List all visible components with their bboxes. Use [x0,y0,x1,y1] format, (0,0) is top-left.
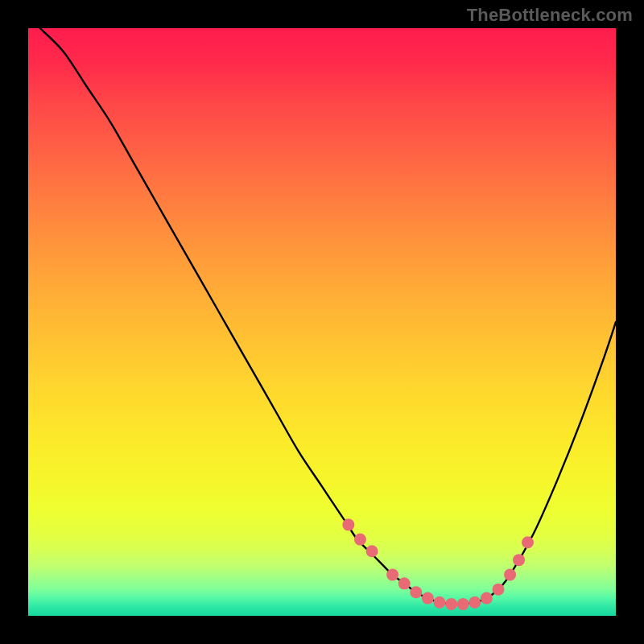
chart-frame: TheBottleneck.com [0,0,644,644]
highlight-dot [410,586,422,598]
highlight-dot [513,554,525,566]
highlight-dot [422,592,434,605]
highlight-dot [457,598,469,610]
highlight-dot [481,592,493,605]
highlight-dot [342,518,354,530]
highlight-dot [366,545,378,557]
highlight-dot [354,534,366,546]
watermark-text: TheBottleneck.com [467,5,633,26]
plot-area [28,28,616,616]
highlight-dot [469,597,481,609]
highlight-dot [522,536,534,548]
highlight-dot [504,568,516,580]
highlight-dot [493,584,505,596]
highlight-dot [386,568,398,580]
highlight-dot [445,598,457,610]
highlight-markers [342,518,534,610]
bottleneck-curve [40,28,616,605]
curve-svg [28,28,616,616]
highlight-dot [398,577,411,589]
highlight-dot [434,597,446,609]
